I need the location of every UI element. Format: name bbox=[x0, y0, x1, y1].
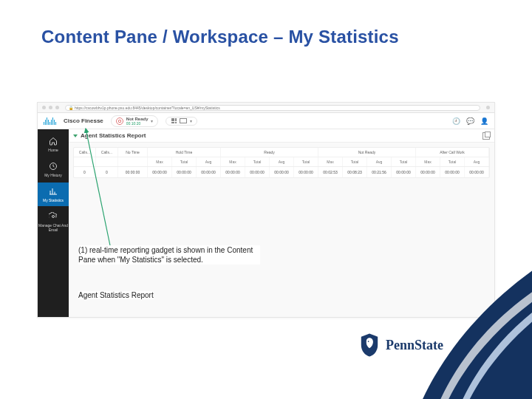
home-icon bbox=[48, 136, 58, 146]
col-header: Max bbox=[416, 157, 440, 166]
collapse-icon[interactable] bbox=[73, 134, 78, 137]
cell: 00:00:00 bbox=[221, 167, 245, 177]
col-group: Calls... bbox=[96, 148, 118, 157]
cell: 0 bbox=[74, 167, 96, 177]
browser-chrome: 🔒 https://cscowbhv1p.phone.psu.edu:8445/… bbox=[38, 103, 494, 113]
col-header: Total bbox=[343, 157, 367, 166]
app-brand: Cisco Finesse bbox=[64, 117, 103, 124]
sidebar-item-home[interactable]: Home bbox=[38, 132, 69, 156]
user-icon[interactable]: 👤 bbox=[480, 117, 488, 125]
sidebar: Home My History My Statistics Manage Cha… bbox=[38, 129, 69, 317]
cisco-logo-icon bbox=[44, 117, 56, 125]
col-header: Total bbox=[172, 157, 197, 166]
status-label: Not Ready bbox=[126, 117, 149, 121]
mail-icon bbox=[180, 118, 187, 123]
dialpad-button[interactable]: ▾ bbox=[166, 117, 197, 126]
chart-icon bbox=[48, 186, 58, 197]
col-header: Avg bbox=[270, 157, 294, 166]
annotation-caption-2: Agent Statistics Report bbox=[78, 291, 154, 299]
col-header: Avg bbox=[197, 157, 221, 166]
lock-icon: 🔒 bbox=[69, 106, 73, 110]
cell: 00:00:00 bbox=[148, 167, 172, 177]
col-header: Max bbox=[318, 157, 343, 166]
sidebar-item-label: Manage Chat And Email bbox=[38, 223, 69, 232]
address-bar[interactable]: 🔒 https://cscowbhv1p.phone.psu.edu:8445/… bbox=[65, 105, 480, 111]
cell: 00:00:00 bbox=[245, 167, 270, 177]
col-group: Not Ready bbox=[318, 148, 416, 157]
table-header-cols: Max Total Avg Max Total Avg Total Max To… bbox=[74, 157, 489, 167]
popout-icon[interactable] bbox=[482, 132, 490, 140]
decorative-swoosh bbox=[369, 251, 532, 399]
chevron-down-icon: ▾ bbox=[151, 118, 153, 123]
forward-icon[interactable] bbox=[49, 106, 52, 109]
url-text: https://cscowbhv1p.phone.psu.edu:8445/de… bbox=[75, 106, 220, 110]
col-header: Avg bbox=[367, 157, 392, 166]
col-header: Max bbox=[221, 157, 245, 166]
finesse-header: Cisco Finesse Not Ready 00:10:20 ▾ ▾ 🕘 💬… bbox=[38, 113, 494, 129]
cell: 00:00:00 bbox=[416, 167, 440, 177]
col-group: Ready bbox=[221, 148, 318, 157]
report-header: Agent Statistics Report bbox=[69, 129, 494, 143]
col-header: Avg bbox=[465, 157, 489, 166]
sidebar-item-statistics[interactable]: My Statistics bbox=[38, 183, 69, 206]
col-header: Max bbox=[148, 157, 172, 166]
col-header: Total bbox=[245, 157, 270, 166]
gear-icon bbox=[48, 211, 58, 222]
sidebar-item-label: Home bbox=[38, 148, 69, 152]
table-row: 0 0 00:00:00 00:00:00 00:00:00 00:00:00 … bbox=[74, 167, 489, 177]
annotation-caption-1: (1) real-time reporting gadget is shown … bbox=[78, 245, 260, 265]
clock-icon[interactable]: 🕘 bbox=[452, 117, 460, 125]
col-group: After Call Work bbox=[416, 148, 489, 157]
col-group: Calls... bbox=[74, 148, 96, 157]
cell: 00:00:00 bbox=[294, 167, 318, 177]
dialpad-icon bbox=[171, 118, 177, 124]
cell: 00:00:00 bbox=[172, 167, 197, 177]
cell: 00:00:00 bbox=[440, 167, 465, 177]
reload-icon[interactable] bbox=[55, 106, 59, 109]
chevron-down-icon: ▾ bbox=[190, 118, 192, 124]
svg-point-1 bbox=[52, 216, 55, 218]
cell: 00:00:00 bbox=[197, 167, 221, 177]
col-header: Total bbox=[440, 157, 465, 166]
stats-table: Calls... Calls... No Time Hold Time Read… bbox=[73, 147, 490, 178]
back-icon[interactable] bbox=[42, 106, 46, 109]
col-group: No Time bbox=[118, 148, 148, 157]
col-header: Total bbox=[294, 157, 318, 166]
cell: 00:00:00 bbox=[270, 167, 294, 177]
status-timer: 00:10:20 bbox=[126, 121, 149, 126]
cell: 00:21:56 bbox=[367, 167, 392, 177]
slide-title: Content Pane / Workspace – My Statistics bbox=[41, 27, 399, 47]
col-header: Total bbox=[392, 157, 416, 166]
agent-status[interactable]: Not Ready 00:10:20 ▾ bbox=[111, 115, 159, 127]
cell: 00:00:00 bbox=[392, 167, 416, 177]
sidebar-item-history[interactable]: My History bbox=[38, 157, 69, 181]
col-group: Hold Time bbox=[148, 148, 221, 157]
report-title: Agent Statistics Report bbox=[81, 132, 146, 139]
cell: 00:00:00 bbox=[118, 167, 148, 177]
bookmark-icon[interactable] bbox=[486, 106, 490, 109]
history-icon bbox=[48, 161, 58, 171]
cell: 00:02:53 bbox=[318, 167, 343, 177]
cell: 00:00:00 bbox=[465, 167, 489, 177]
chat-icon[interactable]: 💬 bbox=[466, 117, 474, 125]
phone-icon bbox=[116, 117, 123, 125]
table-header-groups: Calls... Calls... No Time Hold Time Read… bbox=[74, 148, 489, 157]
cell: 00:08:23 bbox=[343, 167, 367, 177]
sidebar-item-label: My Statistics bbox=[38, 198, 69, 202]
cell: 0 bbox=[96, 167, 118, 177]
sidebar-item-chat[interactable]: Manage Chat And Email bbox=[38, 208, 69, 236]
sidebar-item-label: My History bbox=[38, 173, 69, 177]
